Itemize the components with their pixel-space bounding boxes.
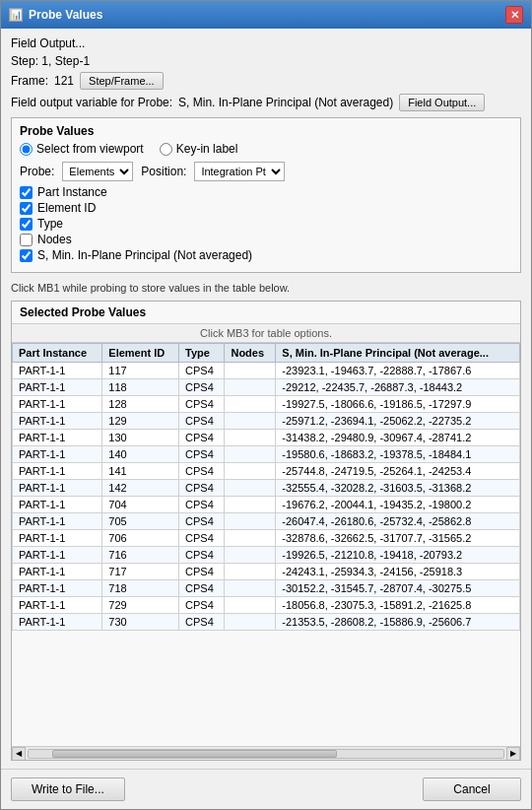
checkbox-type-input[interactable] [20, 218, 33, 231]
table-cell-3-4: -25971.2, -23694.1, -25062.2, -22735.2 [276, 413, 520, 430]
table-cell-4-1: 130 [102, 430, 179, 446]
table-cell-14-3 [225, 597, 276, 614]
table-cell-15-4: -21353.5, -28608.2, -15886.9, -25606.7 [276, 614, 520, 631]
col-s-min: S, Min. In-Plane Principal (Not average.… [276, 344, 520, 363]
table-cell-1-0: PART-1-1 [13, 379, 102, 396]
table-row: PART-1-1130CPS4-31438.2, -29480.9, -3096… [13, 430, 520, 446]
close-button[interactable]: ✕ [505, 6, 523, 24]
checkbox-nodes-label: Nodes [37, 233, 72, 246]
field-output-variable-value: S, Min. In-Plane Principal (Not averaged… [178, 96, 393, 109]
table-row: PART-1-1729CPS4-18056.8, -23075.3, -1589… [13, 597, 520, 614]
table-cell-13-2: CPS4 [179, 580, 225, 597]
checkbox-s-min-label: S, Min. In-Plane Principal (Not averaged… [37, 248, 252, 262]
table-cell-15-1: 730 [102, 614, 179, 631]
cancel-button[interactable]: Cancel [423, 777, 521, 801]
frame-label: Frame: [11, 74, 48, 88]
probe-table-wrap[interactable]: Part Instance Element ID Type Nodes S, M… [12, 343, 520, 746]
table-cell-11-4: -19926.5, -21210.8, -19418, -20793.2 [276, 547, 520, 564]
probe-hint: Click MB1 while probing to store values … [11, 282, 521, 294]
table-cell-12-0: PART-1-1 [13, 564, 102, 580]
table-cell-9-1: 705 [102, 513, 179, 530]
table-cell-3-3 [225, 413, 276, 430]
checkbox-element-id-label: Element ID [37, 201, 96, 215]
table-cell-14-4: -18056.8, -23075.3, -15891.2, -21625.8 [276, 597, 520, 614]
table-cell-8-1: 704 [102, 497, 179, 513]
checkbox-list: Part Instance Element ID Type Nodes S, M… [20, 181, 512, 266]
table-cell-12-3 [225, 564, 276, 580]
step-frame-button[interactable]: Step/Frame... [80, 72, 164, 90]
table-cell-13-3 [225, 580, 276, 597]
probe-label: Probe: [20, 165, 54, 178]
scroll-track[interactable] [28, 749, 504, 759]
horizontal-scrollbar[interactable]: ◀ ▶ [12, 746, 520, 760]
table-header-row: Part Instance Element ID Type Nodes S, M… [13, 344, 520, 363]
select-viewport-radio[interactable]: Select from viewport [20, 142, 144, 156]
table-cell-5-3 [225, 446, 276, 463]
table-row: PART-1-1704CPS4-19676.2, -20044.1, -1943… [13, 497, 520, 513]
probe-values-title: Probe Values [20, 124, 512, 138]
table-cell-0-1: 117 [102, 363, 179, 379]
checkbox-part-instance-input[interactable] [20, 186, 33, 199]
table-cell-7-0: PART-1-1 [13, 480, 102, 497]
title-bar: 📊 Probe Values ✕ [1, 1, 531, 29]
table-cell-10-2: CPS4 [179, 530, 225, 547]
table-cell-11-2: CPS4 [179, 547, 225, 564]
table-cell-15-0: PART-1-1 [13, 614, 102, 631]
write-to-file-button[interactable]: Write to File... [11, 777, 125, 801]
table-cell-15-3 [225, 614, 276, 631]
table-cell-6-1: 141 [102, 463, 179, 480]
scroll-right-arrow[interactable]: ▶ [506, 747, 520, 761]
table-row: PART-1-1718CPS4-30152.2, -31545.7, -2870… [13, 580, 520, 597]
col-element-id: Element ID [102, 344, 179, 363]
table-cell-11-1: 716 [102, 547, 179, 564]
table-cell-1-1: 118 [102, 379, 179, 396]
checkbox-part-instance-label: Part Instance [37, 185, 107, 199]
table-cell-9-2: CPS4 [179, 513, 225, 530]
table-cell-12-2: CPS4 [179, 564, 225, 580]
table-cell-13-4: -30152.2, -31545.7, -28707.4, -30275.5 [276, 580, 520, 597]
table-row: PART-1-1141CPS4-25744.8, -24719.5, -2526… [13, 463, 520, 480]
table-cell-4-3 [225, 430, 276, 446]
table-cell-3-0: PART-1-1 [13, 413, 102, 430]
checkbox-nodes-input[interactable] [20, 234, 33, 246]
table-cell-1-4: -29212, -22435.7, -26887.3, -18443.2 [276, 379, 520, 396]
table-cell-4-0: PART-1-1 [13, 430, 102, 446]
position-select[interactable]: Integration Pt [194, 162, 285, 181]
field-output-button[interactable]: Field Output... [399, 94, 485, 111]
checkbox-s-min-input[interactable] [20, 249, 33, 262]
table-cell-2-4: -19927.5, -18066.6, -19186.5, -17297.9 [276, 396, 520, 413]
scroll-left-arrow[interactable]: ◀ [12, 747, 26, 761]
field-output-variable-row: Field output variable for Probe: S, Min.… [11, 94, 521, 111]
table-row: PART-1-1117CPS4-23923.1, -19463.7, -2288… [13, 363, 520, 379]
probe-table: Part Instance Element ID Type Nodes S, M… [12, 343, 520, 631]
table-row: PART-1-1142CPS4-32555.4, -32028.2, -3160… [13, 480, 520, 497]
field-output-label: Field Output... [11, 36, 521, 50]
table-cell-11-3 [225, 547, 276, 564]
scroll-thumb[interactable] [52, 750, 337, 758]
probe-values-window: 📊 Probe Values ✕ Field Output... Step: 1… [0, 0, 532, 810]
table-cell-7-1: 142 [102, 480, 179, 497]
table-cell-10-3 [225, 530, 276, 547]
table-cell-2-2: CPS4 [179, 396, 225, 413]
table-cell-3-1: 129 [102, 413, 179, 430]
table-cell-2-1: 128 [102, 396, 179, 413]
table-cell-6-3 [225, 463, 276, 480]
table-cell-1-3 [225, 379, 276, 396]
table-cell-9-0: PART-1-1 [13, 513, 102, 530]
field-output-variable-label: Field output variable for Probe: [11, 96, 172, 109]
table-cell-7-4: -32555.4, -32028.2, -31603.5, -31368.2 [276, 480, 520, 497]
table-cell-5-2: CPS4 [179, 446, 225, 463]
checkbox-element-id-input[interactable] [20, 202, 33, 215]
checkbox-element-id: Element ID [20, 201, 512, 215]
table-cell-6-4: -25744.8, -24719.5, -25264.1, -24253.4 [276, 463, 520, 480]
table-cell-4-2: CPS4 [179, 430, 225, 446]
probe-values-section: Probe Values Select from viewport Key-in… [11, 117, 521, 273]
table-cell-14-1: 729 [102, 597, 179, 614]
checkbox-s-min: S, Min. In-Plane Principal (Not averaged… [20, 248, 512, 262]
table-cell-4-4: -31438.2, -29480.9, -30967.4, -28741.2 [276, 430, 520, 446]
table-cell-7-3 [225, 480, 276, 497]
table-cell-8-0: PART-1-1 [13, 497, 102, 513]
key-in-label-radio[interactable]: Key-in label [160, 142, 238, 156]
probe-select[interactable]: Elements [62, 162, 133, 181]
table-row: PART-1-1705CPS4-26047.4, -26180.6, -2573… [13, 513, 520, 530]
